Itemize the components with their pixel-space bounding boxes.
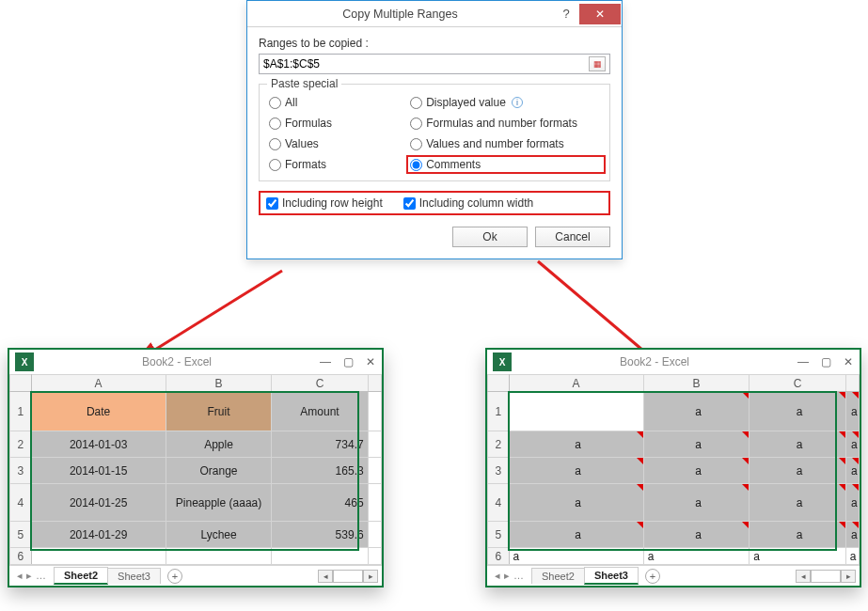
cell-a1[interactable] [509, 392, 643, 431]
radio-displayed-value[interactable]: Displayed value i [410, 96, 600, 109]
cell[interactable]: 539.6 [272, 522, 368, 548]
row-header[interactable]: 6 [488, 548, 510, 565]
cell[interactable]: a [845, 392, 859, 431]
scroll-left-icon[interactable]: ◂ [796, 570, 811, 583]
maximize-icon[interactable]: ▢ [337, 352, 359, 371]
cell-blank[interactable] [368, 458, 381, 484]
cell[interactable]: a [845, 458, 859, 484]
cell[interactable]: 734.7 [272, 431, 368, 458]
cell[interactable]: a [509, 458, 643, 484]
row-header[interactable]: 4 [10, 484, 32, 522]
col-header[interactable]: B [643, 375, 750, 392]
radio-values-input[interactable] [269, 138, 281, 150]
close-button[interactable]: ✕ [579, 4, 621, 24]
tabs-nav[interactable]: ◂▸… [9, 570, 54, 582]
cell[interactable]: a [845, 522, 859, 548]
cell[interactable]: a [509, 484, 643, 522]
radio-displayed-value-input[interactable] [410, 97, 422, 109]
range-picker-icon[interactable]: ▦ [589, 56, 606, 71]
spreadsheet-left[interactable]: A B C 1 Date Fruit Amount 2 2014-01-03 A… [9, 374, 382, 565]
row-header[interactable]: 2 [10, 431, 32, 458]
cell-blank[interactable] [368, 431, 381, 458]
nav-more-icon[interactable]: … [36, 570, 46, 582]
cell-header-amount[interactable]: Amount [272, 392, 368, 431]
nav-next-icon[interactable]: ▸ [26, 570, 32, 582]
horizontal-scrollbar[interactable]: ◂ ▸ [318, 570, 378, 583]
check-col-width-input[interactable] [403, 197, 416, 210]
ranges-input[interactable] [263, 57, 589, 70]
row-header[interactable]: 6 [10, 548, 32, 565]
scroll-right-icon[interactable]: ▸ [363, 570, 378, 583]
radio-formulas[interactable]: Formulas [269, 117, 404, 130]
col-header[interactable]: A [31, 375, 166, 392]
cell[interactable]: 465 [272, 484, 368, 522]
radio-values[interactable]: Values [269, 137, 404, 150]
cell[interactable]: 2014-01-25 [31, 484, 166, 522]
cell-blank[interactable] [31, 548, 166, 565]
radio-comments[interactable]: Comments [410, 158, 600, 171]
col-header[interactable]: C [750, 375, 845, 392]
cell[interactable]: a [845, 431, 859, 458]
spreadsheet-right[interactable]: A B C 1 a a a 2 a a a a 3 a [487, 374, 860, 565]
radio-formats-input[interactable] [269, 159, 281, 171]
row-header[interactable]: 3 [488, 458, 510, 484]
select-all-corner[interactable] [488, 375, 510, 392]
minimize-icon[interactable]: — [792, 352, 814, 371]
tab-sheet3[interactable]: Sheet3 [107, 568, 161, 584]
cell-header-fruit[interactable]: Fruit [166, 392, 272, 431]
cell-blank[interactable] [368, 392, 381, 431]
cell[interactable]: a [643, 522, 750, 548]
radio-formulas-input[interactable] [269, 118, 281, 130]
cell[interactable]: Orange [166, 458, 272, 484]
row-header[interactable]: 4 [488, 484, 510, 522]
cell[interactable]: a [750, 484, 845, 522]
tab-sheet2[interactable]: Sheet2 [54, 567, 108, 585]
radio-formulas-num-fmt[interactable]: Formulas and number formats [410, 117, 600, 130]
cell[interactable]: a [643, 431, 750, 458]
radio-values-num-fmt[interactable]: Values and number formats [410, 137, 600, 150]
cell[interactable]: a [643, 458, 750, 484]
cell[interactable]: Lychee [166, 522, 272, 548]
row-header[interactable]: 1 [10, 392, 32, 431]
tab-sheet3[interactable]: Sheet3 [584, 567, 639, 585]
add-sheet-button[interactable]: + [645, 569, 660, 584]
nav-next-icon[interactable]: ▸ [504, 570, 510, 582]
tabs-nav[interactable]: ◂▸… [487, 570, 531, 582]
cell-blank[interactable] [368, 548, 381, 565]
cell-blank[interactable] [368, 522, 381, 548]
cancel-button[interactable]: Cancel [535, 227, 610, 247]
nav-prev-icon[interactable]: ◂ [495, 570, 500, 582]
check-row-height[interactable]: Including row height [266, 196, 383, 210]
dialog-titlebar[interactable]: Copy Multiple Ranges ? ✕ [247, 1, 622, 27]
cell-blank[interactable] [166, 548, 272, 565]
close-window-icon[interactable]: ✕ [837, 352, 860, 371]
check-row-height-input[interactable] [266, 197, 278, 210]
row-header[interactable]: 1 [488, 392, 510, 431]
cell[interactable]: a [750, 548, 845, 565]
radio-formats[interactable]: Formats [269, 158, 404, 171]
excel-titlebar-right[interactable]: X Book2 - Excel — ▢ ✕ [487, 350, 860, 374]
cell-blank[interactable] [368, 484, 381, 522]
cell[interactable]: 2014-01-15 [31, 458, 166, 484]
row-header[interactable]: 5 [10, 522, 32, 548]
row-header[interactable]: 2 [488, 431, 510, 458]
col-header[interactable]: C [272, 375, 368, 392]
ok-button[interactable]: Ok [452, 227, 528, 247]
info-icon[interactable]: i [512, 97, 523, 108]
nav-prev-icon[interactable]: ◂ [17, 570, 23, 582]
scroll-left-icon[interactable]: ◂ [318, 570, 333, 583]
close-window-icon[interactable]: ✕ [359, 352, 382, 371]
radio-comments-input[interactable] [410, 159, 422, 171]
cell[interactable]: a [643, 548, 750, 565]
row-header[interactable]: 5 [488, 522, 510, 548]
nav-more-icon[interactable]: … [513, 570, 524, 582]
help-button[interactable]: ? [553, 4, 579, 24]
col-header-blank[interactable] [368, 375, 381, 392]
cell[interactable]: a [750, 522, 845, 548]
cell[interactable]: a [509, 522, 643, 548]
cell[interactable]: 165.3 [272, 458, 368, 484]
cell[interactable]: a [845, 548, 859, 565]
check-col-width[interactable]: Including column width [403, 196, 533, 210]
cell-header-date[interactable]: Date [31, 392, 166, 431]
ranges-input-wrap[interactable]: ▦ [259, 54, 610, 74]
